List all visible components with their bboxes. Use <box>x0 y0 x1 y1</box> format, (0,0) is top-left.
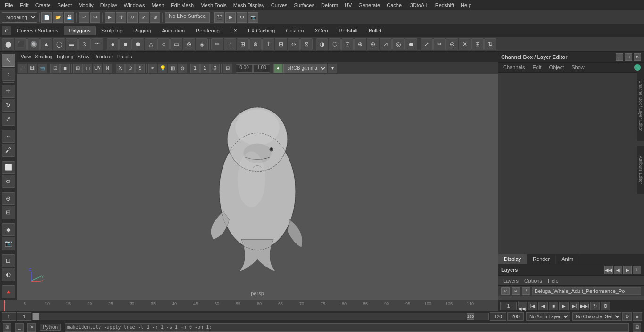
layer-type-indicator[interactable]: / <box>522 287 530 295</box>
shelf-cone-icon[interactable]: ▲ <box>40 38 52 50</box>
viewport-3d[interactable]: Y X Z <box>17 74 498 300</box>
vp-camera2-icon[interactable]: 📹 <box>38 64 47 73</box>
tab-fx[interactable]: FX <box>225 26 242 35</box>
transport-loop[interactable]: ↻ <box>590 302 600 310</box>
channels-menu-edit[interactable]: Edit <box>530 64 543 71</box>
shelf-torus2-icon[interactable]: ○ <box>157 38 170 50</box>
paint-select-button[interactable]: ↕ <box>2 68 15 81</box>
menu-edit[interactable]: Edit <box>17 1 32 9</box>
save-file-button[interactable]: 💾 <box>64 12 74 23</box>
scale-button[interactable]: ⤢ <box>2 113 15 126</box>
shelf-sphere-icon[interactable]: ⬤ <box>2 38 14 50</box>
vp-film-icon[interactable]: 🎞 <box>28 64 37 73</box>
tab-fx-caching[interactable]: FX Caching <box>243 26 280 35</box>
vp-menu-view[interactable]: View <box>19 54 33 60</box>
vp-gamma-arrow-icon[interactable]: ▾ <box>328 64 337 73</box>
modeling-dropdown[interactable]: Modeling <box>2 12 37 23</box>
menu-modify[interactable]: Modify <box>75 1 96 9</box>
shelf-cyl2-icon[interactable]: ⏺ <box>132 38 144 50</box>
shelf-cube2-icon[interactable]: ■ <box>119 38 132 50</box>
menu-mesh[interactable]: Mesh <box>149 1 167 9</box>
playback-start-field[interactable] <box>2 312 16 321</box>
menu-create[interactable]: Create <box>33 1 54 9</box>
menu-windows[interactable]: Windows <box>121 1 148 9</box>
bottom-min-button[interactable]: _ <box>15 323 24 332</box>
shelf-mirror-icon[interactable]: ⇔ <box>288 38 300 50</box>
layers-scrollbar[interactable] <box>498 296 644 300</box>
transport-settings[interactable]: ⚙ <box>601 302 610 310</box>
shelf-unfold-icon[interactable]: ⤢ <box>421 38 433 50</box>
sculpt-button[interactable]: 🖌 <box>2 144 15 157</box>
vp-mode3-icon[interactable]: 3 <box>210 64 220 73</box>
shelf-insert-loop-icon[interactable]: ⊟ <box>275 38 287 50</box>
vp-isolate-icon[interactable]: ⊙ <box>125 64 135 73</box>
vp-normals-icon[interactable]: N <box>103 64 112 73</box>
move-button[interactable]: ✛ <box>2 85 15 98</box>
command-input[interactable] <box>65 323 629 332</box>
vp-mode2-icon[interactable]: 2 <box>200 64 210 73</box>
shelf-pipe-icon[interactable]: ⊙ <box>78 38 91 50</box>
select-mode-button[interactable]: ↖ <box>2 54 15 67</box>
playback-slider-handle[interactable] <box>33 313 39 320</box>
vp-clip-icon[interactable]: ⊟ <box>223 64 232 73</box>
shelf-torus-icon[interactable]: ◯ <box>53 38 65 50</box>
transform-tool-button[interactable]: ⊕ <box>150 12 160 23</box>
vp-menu-lighting[interactable]: Lighting <box>55 54 75 60</box>
command-icon[interactable]: ⊞ <box>633 323 641 332</box>
shelf-circularize-icon[interactable]: ◎ <box>392 38 405 50</box>
menu-generate[interactable]: Generate <box>355 1 383 9</box>
menu-3dtoall[interactable]: -3DtoAll- <box>405 1 431 9</box>
snap-grid-button[interactable]: ⊞ <box>2 206 15 219</box>
menu-curves[interactable]: Curves <box>268 1 290 9</box>
bottom-close-button[interactable]: ✕ <box>27 323 36 332</box>
render-button[interactable]: 🎬 <box>214 12 224 23</box>
tab-animation[interactable]: Animation <box>157 26 190 35</box>
transport-next-key[interactable]: ▶▶| <box>580 302 589 310</box>
vp-menu-show[interactable]: Show <box>75 54 91 60</box>
render-settings-button[interactable]: ⚙ <box>237 12 247 23</box>
menu-deform[interactable]: Deform <box>318 1 341 9</box>
active-layer-button[interactable]: 🔺 <box>2 285 15 299</box>
soft-mod-button[interactable]: ~ <box>2 130 15 143</box>
pb-extra-icon[interactable]: ≡ <box>633 312 642 321</box>
channels-menu-show[interactable]: Show <box>570 64 586 71</box>
live-surface-button[interactable]: No Live Surface <box>165 12 210 23</box>
layer-playback-button[interactable]: P <box>512 287 520 295</box>
menu-edit-mesh[interactable]: Edit Mesh <box>168 1 197 9</box>
bottom-window-icon[interactable]: ⊞ <box>3 323 11 332</box>
open-file-button[interactable]: 📂 <box>53 12 63 23</box>
shelf-merge-icon[interactable]: ⊞ <box>471 38 484 50</box>
vp-menu-shading[interactable]: Shading <box>33 54 55 60</box>
tab-rendering[interactable]: Rendering <box>190 26 225 35</box>
shelf-relax-icon[interactable]: ⬬ <box>405 38 417 50</box>
shelf-bevel-icon[interactable]: ⬡ <box>329 38 341 50</box>
pb-settings-icon[interactable]: ⚙ <box>622 312 632 321</box>
menu-select[interactable]: Select <box>55 1 75 9</box>
shelf-plane2-icon[interactable]: ▭ <box>170 38 182 50</box>
camera-button[interactable]: 📷 <box>2 237 15 250</box>
tab-xgen[interactable]: XGen <box>309 26 333 35</box>
tab-rigging[interactable]: Rigging <box>128 26 156 35</box>
playback-speed-field[interactable] <box>507 312 524 321</box>
marquee-button[interactable]: ⬜ <box>2 161 15 174</box>
menu-uv[interactable]: UV <box>342 1 355 9</box>
vp-wireframe-icon[interactable]: ⊡ <box>50 64 60 73</box>
shelf-sphere2-icon[interactable]: ● <box>107 38 119 50</box>
vp-smooth-icon[interactable]: ◼ <box>60 64 70 73</box>
move-tool-button[interactable]: ✛ <box>116 12 126 23</box>
channel-box-tab[interactable]: Channel Box / Layer Editor <box>637 71 644 141</box>
layer-visibility-button[interactable]: V <box>501 287 510 295</box>
layers-add-button[interactable]: + <box>633 266 641 274</box>
playback-slider[interactable]: 120 <box>32 313 489 320</box>
shelf-cut-icon[interactable]: ✂ <box>433 38 446 50</box>
vp-light-icon[interactable]: 💡 <box>158 64 167 73</box>
vp-grid-icon[interactable]: ⊞ <box>73 64 83 73</box>
vp-ao-icon[interactable]: ◍ <box>178 64 187 73</box>
menu-surfaces[interactable]: Surfaces <box>291 1 317 9</box>
shelf-cube-icon[interactable]: ⬛ <box>15 38 27 50</box>
tab-custom[interactable]: Custom <box>281 26 309 35</box>
playhead[interactable] <box>4 300 5 311</box>
vp-display-icon[interactable]: ◻ <box>83 64 92 73</box>
rotate-button[interactable]: ↻ <box>2 99 15 112</box>
lasso-button[interactable]: ∞ <box>2 175 15 188</box>
